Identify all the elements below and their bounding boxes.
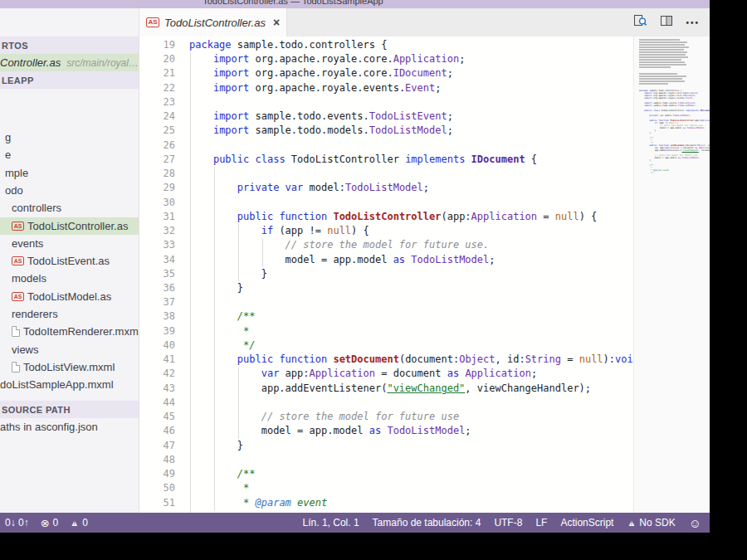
tree-item[interactable]: ASTodoListController.as: [0, 217, 139, 235]
line-number: 38: [139, 309, 175, 324]
code-text: model = app.model as TodoListModel;: [189, 253, 495, 267]
mxml-file-icon: [12, 326, 20, 337]
status-item-0[interactable]: ⊗0: [41, 517, 59, 528]
code-text: import sample.todo.models.TodoListModel;: [189, 124, 453, 138]
tree-item[interactable]: ASTodoListModel.as: [0, 288, 139, 305]
tab-close-icon[interactable]: ×: [273, 17, 280, 28]
status-item-label: No SDK: [639, 517, 675, 528]
minimap-line: [639, 78, 682, 80]
line-number: 47: [139, 439, 175, 453]
tree-item[interactable]: mple: [0, 164, 139, 182]
code-line[interactable]: 26: [139, 139, 633, 153]
line-number: 27: [139, 153, 175, 167]
code-line[interactable]: 23: [139, 95, 633, 110]
line-number: 22: [139, 81, 175, 95]
code-line[interactable]: 27 public class TodoListController imple…: [139, 153, 633, 167]
line-number: 25: [139, 124, 175, 138]
code-text: /**: [189, 467, 255, 481]
tab-strip: AS TodoListController.as ×: [139, 8, 710, 37]
tree-item-label: TodoItemRenderer.mxml: [23, 325, 139, 338]
status-item-lf[interactable]: LF: [535, 517, 547, 528]
minimap-line: [639, 39, 680, 41]
line-number: 36: [139, 281, 175, 295]
project-section-header[interactable]: LEAPP: [0, 71, 139, 89]
tree-item-label: TodoListView.mxml: [23, 361, 115, 373]
code-text: public function setDocument(document:Obj…: [189, 353, 633, 367]
tree-item-label: renderers: [12, 308, 58, 320]
tree-item-label: g: [5, 131, 11, 144]
code-text: /**: [189, 309, 255, 324]
code-line[interactable]: 25 import sample.todo.models.TodoListMod…: [139, 124, 633, 138]
code-line[interactable]: 21 import org.apache.royale.core.IDocume…: [139, 66, 633, 80]
code-text: import org.apache.royale.events.Event;: [639, 97, 694, 100]
minimap-line: [639, 75, 686, 77]
line-number: 28: [139, 167, 175, 181]
tree-item[interactable]: TodoListView.mxml: [0, 358, 139, 376]
tree-item[interactable]: events: [0, 235, 139, 252]
code-text: // store the model for future use: [189, 410, 459, 424]
minimap-line: [639, 51, 687, 53]
status-item-label: 0: [53, 517, 59, 528]
code-editor[interactable]: 19package sample.todo.controllers {20 im…: [139, 37, 710, 513]
code-text: var app:Application = document as Applic…: [189, 367, 537, 381]
status-bar: 0↓ 0↑⊗0▲0 Lín. 1, Col. 1Tamaño de tabula…: [0, 513, 710, 533]
open-editors-section-header[interactable]: RTOS: [0, 37, 139, 54]
status-item-no-sdk[interactable]: ▲No SDK: [627, 517, 675, 528]
tree-item[interactable]: doListSampleApp.mxml: [0, 376, 139, 393]
status-item-l-n-1-col-1[interactable]: Lín. 1, Col. 1: [303, 517, 359, 528]
tree-item[interactable]: TodoItemRenderer.mxml: [0, 323, 139, 340]
code-line[interactable]: 22 import org.apache.royale.events.Event…: [139, 81, 633, 95]
warning-icon: ▲: [70, 519, 79, 528]
tree-item[interactable]: controllers: [0, 199, 139, 217]
line-number: 26: [139, 139, 175, 153]
source-path-item[interactable]: aths in asconfig.json: [0, 418, 139, 436]
tree-item[interactable]: renderers: [0, 305, 139, 323]
code-line: import sample.todo.models.TodoListModel;: [639, 105, 705, 107]
status-item-label: LF: [535, 517, 547, 528]
open-preview-icon[interactable]: [633, 14, 647, 31]
indent-guide: [262, 238, 263, 267]
status-item-actionscript[interactable]: ActionScript: [560, 517, 613, 528]
tree-item[interactable]: odo: [0, 182, 139, 199]
code-text: *: [189, 324, 249, 338]
code-text: app.addEventListener("viewChanged", view…: [639, 149, 710, 152]
code-text: }: [639, 132, 651, 134]
line-number: 30: [139, 196, 175, 210]
code-line[interactable]: 24 import sample.todo.events.TodoListEve…: [139, 110, 633, 124]
status-item-0-0[interactable]: 0↓ 0↑: [2, 517, 29, 528]
code-line[interactable]: 19package sample.todo.controllers {: [139, 38, 633, 52]
minimap-line: [639, 64, 686, 66]
status-item-0[interactable]: ▲0: [70, 517, 88, 528]
more-actions-icon[interactable]: •••: [686, 18, 700, 27]
status-item-utf-8[interactable]: UTF-8: [494, 517, 522, 528]
source-path-section-header[interactable]: SOURCE PATH: [0, 401, 139, 418]
open-editor-item[interactable]: Controller.as src/main/royal…: [0, 54, 139, 71]
code-area[interactable]: 19package sample.todo.controllers {20 im…: [139, 37, 633, 513]
minimap-line: [639, 59, 681, 61]
code-line: public class TodoListController implemen…: [639, 110, 705, 112]
tree-item[interactable]: models: [0, 270, 139, 287]
tab-todolistcontroller[interactable]: AS TodoListController.as ×: [139, 8, 287, 37]
code-line: app.addEventListener("viewChanged", view…: [639, 149, 705, 152]
minimap[interactable]: package sample.todo.controllers { import…: [633, 37, 710, 513]
code-text: */: [189, 338, 255, 353]
tree-item[interactable]: g: [0, 129, 139, 146]
warning-icon: ▲: [627, 519, 636, 528]
split-editor-icon[interactable]: [660, 14, 673, 31]
minimap-line: [639, 54, 686, 56]
status-item-smiley[interactable]: ☺: [689, 517, 701, 529]
line-number: 40: [139, 338, 175, 353]
tree-item[interactable]: views: [0, 341, 139, 358]
minimap-code: package sample.todo.controllers { import…: [639, 90, 705, 174]
code-line[interactable]: 20 import org.apache.royale.core.Applica…: [139, 52, 633, 66]
status-item-tama-o-de-tabulaci-n-4[interactable]: Tamaño de tabulación: 4: [373, 517, 481, 528]
tree-item[interactable]: e: [0, 146, 139, 163]
code-text: import sample.todo.models.TodoListModel;: [639, 105, 696, 107]
line-number: 21: [139, 66, 175, 80]
minimap-line: [639, 83, 668, 85]
minimap-line: [639, 61, 685, 63]
line-number: 39: [139, 324, 175, 338]
tree-item[interactable]: ASTodoListEvent.as: [0, 252, 139, 270]
line-number: 34: [139, 253, 175, 267]
line-number: 32: [139, 224, 175, 238]
